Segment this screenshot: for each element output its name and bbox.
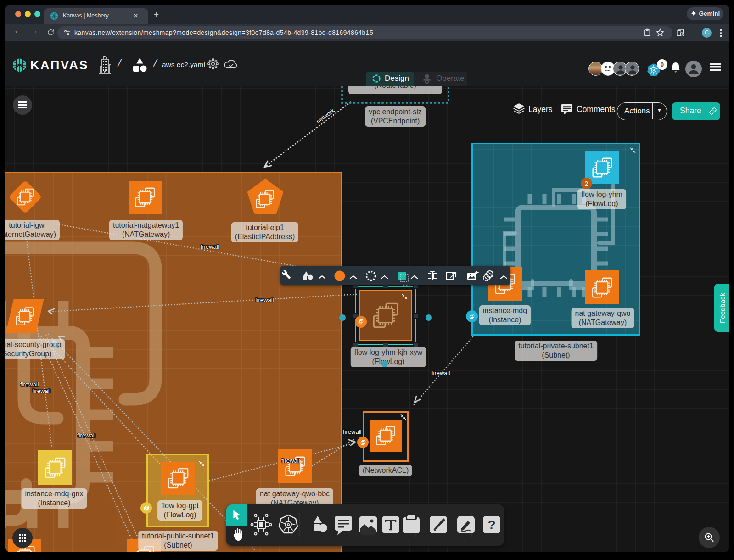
svg-text:?: ? xyxy=(487,518,495,532)
